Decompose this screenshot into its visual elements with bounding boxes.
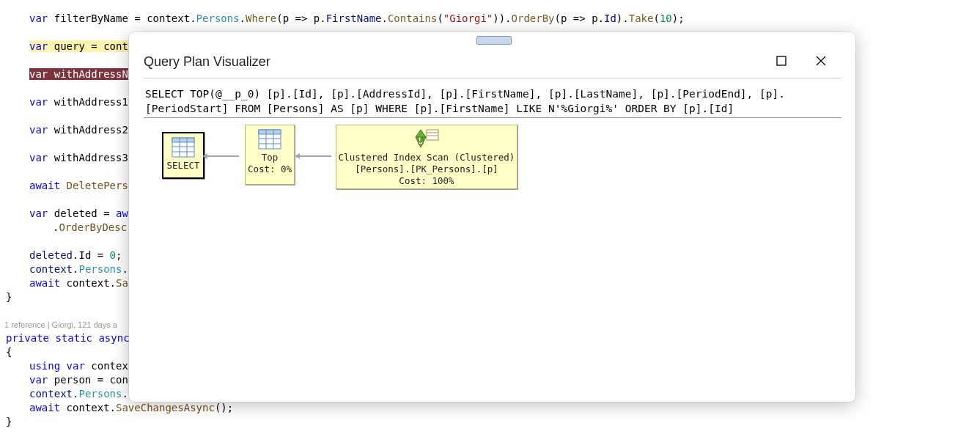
code-line: await context.SaveChangesAsync();	[29, 401, 233, 415]
code-line: await DeletePers	[29, 179, 128, 193]
code-line: deleted.Id = 0;	[29, 249, 122, 262]
table-icon	[257, 128, 282, 150]
plan-node-cost: Cost: 100%	[336, 175, 517, 187]
plan-node-select[interactable]: SELECT	[162, 132, 205, 179]
plan-node-label: Top	[246, 152, 294, 163]
codelens[interactable]: 1 reference | Giorgi, 121 days a	[4, 318, 117, 332]
code-line: var deleted = aw	[29, 207, 128, 221]
popup-title: Query Plan Visualizer	[144, 54, 270, 70]
plan-node-label: SELECT	[163, 160, 203, 172]
code-line: var person = con	[29, 373, 128, 387]
code-line: var withAddress3	[29, 151, 128, 165]
plan-arrow	[299, 155, 331, 157]
plan-arrow	[207, 155, 239, 157]
close-icon	[816, 56, 826, 66]
code-line: var withAddress2	[29, 123, 128, 137]
code-line: context.Persons.	[29, 262, 128, 276]
code-line: {	[6, 345, 12, 359]
plan-node-object: [Persons].[PK_Persons].[p]	[336, 163, 517, 175]
drag-handle[interactable]	[476, 36, 512, 45]
close-button[interactable]	[816, 54, 830, 69]
plan-node-cost: Cost: 0%	[246, 163, 294, 175]
code-line: var withAddressN	[29, 67, 128, 81]
maximize-icon	[776, 56, 786, 66]
svg-marker-18	[416, 130, 426, 137]
svg-rect-4	[172, 138, 194, 142]
code-line: }	[6, 290, 12, 304]
maximize-button[interactable]	[776, 54, 791, 69]
svg-rect-10	[259, 130, 281, 134]
code-line: .OrderByDesc	[53, 221, 127, 235]
sql-text: SELECT TOP(@__p_0) [p].[Id], [p].[Addres…	[145, 87, 841, 116]
plan-node-index-scan[interactable]: Clustered Index Scan (Clustered) [Person…	[336, 125, 517, 189]
code-line: var query = cont	[29, 40, 128, 54]
svg-rect-15	[427, 130, 438, 140]
svg-rect-0	[777, 56, 786, 65]
code-line: await context.Sa	[29, 276, 128, 290]
separator	[144, 117, 841, 118]
code-line: var withAddress1	[29, 95, 128, 109]
index-scan-icon	[412, 128, 441, 150]
code-line: }	[6, 415, 12, 429]
code-line: context.Persons.	[29, 387, 128, 401]
separator	[144, 78, 841, 78]
table-icon	[171, 136, 196, 158]
code-line: using var contex	[29, 359, 128, 373]
query-plan-popup: Query Plan Visualizer SELECT TOP(@__p_0)…	[129, 32, 855, 402]
plan-node-label: Clustered Index Scan (Clustered)	[336, 152, 517, 163]
code-line: private static async	[6, 331, 130, 345]
code-line: var filterByName = context.Persons.Where…	[29, 12, 685, 26]
plan-node-top[interactable]: Top Cost: 0%	[245, 125, 295, 185]
